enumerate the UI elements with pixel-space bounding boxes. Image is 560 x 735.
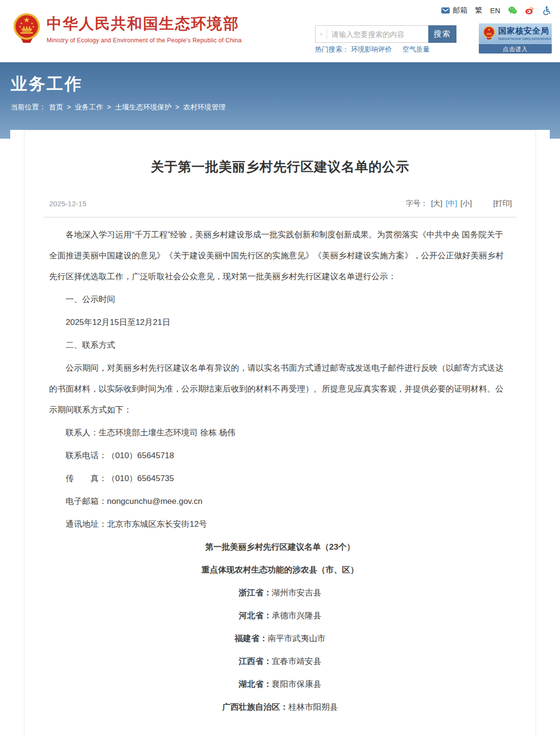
province-label: 福建省： <box>235 634 268 643</box>
article-body: 各地深入学习运用“千万工程”经验，美丽乡村建设形成一批实践创新和制度创新成果。为… <box>43 224 517 717</box>
search-icon <box>320 30 323 39</box>
search-button[interactable]: 搜索 <box>428 25 456 43</box>
list-subtitle: 重点体现农村生态功能的涉农县（市、区） <box>49 559 511 580</box>
province-value: 襄阳市保康县 <box>272 680 321 689</box>
section-heading-contact: 二、联系方式 <box>49 335 511 356</box>
search-input[interactable] <box>332 30 428 38</box>
svg-text:★: ★ <box>488 28 490 31</box>
province-value: 南平市武夷山市 <box>268 634 326 643</box>
search-area: 搜索 <box>315 25 456 43</box>
province-value: 宜春市靖安县 <box>272 657 321 666</box>
article-date: 2025-12-15 <box>49 199 87 208</box>
province-list: 浙江省：湖州市安吉县 河北省：承德市兴隆县 福建省：南平市武夷山市 江西省：宜春… <box>49 582 511 717</box>
mail-link[interactable]: 邮箱 <box>441 6 467 15</box>
nuclear-enter-button[interactable]: 点击进入 <box>479 44 552 54</box>
site-subtitle: Ministry of Ecology and Environment of t… <box>47 37 242 44</box>
print-button[interactable]: [打印] <box>493 199 512 208</box>
contact-lines: 联系人：生态环境部土壤生态环境司 徐栋 杨伟联系电话：（010）65645718… <box>49 422 511 535</box>
province-item: 福建省：南平市武夷山市 <box>49 628 511 649</box>
nuclear-subtitle: National Nuclear Safety Administration <box>498 37 551 40</box>
province-item: 广西壮族自治区：桂林市阳朔县 <box>49 697 511 717</box>
breadcrumb-list: 首页业务工作土壤生态环境保护农村环境管理 <box>49 103 226 112</box>
breadcrumb-item[interactable]: 业务工作 <box>63 103 103 112</box>
svg-text:★: ★ <box>31 21 34 25</box>
wechat-icon[interactable] <box>508 6 517 15</box>
paragraph-intro: 各地深入学习运用“千万工程”经验，美丽乡村建设形成一批实践创新和制度创新成果。为… <box>49 224 511 287</box>
breadcrumb-item[interactable]: 首页 <box>49 103 63 112</box>
breadcrumb: 当前位置： 首页业务工作土壤生态环境保护农村环境管理 <box>11 103 560 112</box>
font-size-large-button[interactable]: [大] <box>431 199 442 208</box>
breadcrumb-item[interactable]: 土壤生态环境保护 <box>103 103 171 112</box>
national-emblem-icon: ★ ★ ★ ★ ★ <box>13 13 41 45</box>
province-label: 广西壮族自治区： <box>222 702 288 712</box>
svg-text:★: ★ <box>23 16 30 24</box>
accessibility-icon[interactable] <box>542 6 551 15</box>
breadcrumb-label: 当前位置： <box>11 103 46 112</box>
province-label: 河北省： <box>239 611 272 620</box>
province-value: 承德市兴隆县 <box>272 611 321 620</box>
contact-line: 传 真：（010）65645735 <box>49 468 511 489</box>
mail-icon <box>441 6 450 15</box>
hot-search-label: 热门搜索： <box>315 45 349 53</box>
hot-search-row: 热门搜索： 环境影响评价空气质量 <box>315 45 440 54</box>
site-header: ★ ★ ★ ★ ★ 中华人民共和国生态环境部 Ministry of Ecolo… <box>0 0 560 62</box>
hot-search-link[interactable]: 空气质量 <box>402 45 430 53</box>
contact-line: 联系电话：（010）65645718 <box>49 445 511 466</box>
paragraph-feedback: 公示期间，对美丽乡村先行区建议名单有异议的，请以实名书面方式通过邮寄或发送电子邮… <box>49 358 511 420</box>
search-box <box>315 25 428 43</box>
province-label: 江西省： <box>239 657 272 666</box>
nuclear-emblem-icon: ★ <box>483 26 495 40</box>
province-item: 江西省：宜春市靖安县 <box>49 651 511 672</box>
contact-line: 通讯地址：北京市东城区东长安街12号 <box>49 514 511 535</box>
province-label: 浙江省： <box>239 588 272 597</box>
svg-text:★: ★ <box>19 25 22 28</box>
lang-traditional-link[interactable]: 繁 <box>475 6 482 15</box>
svg-text:★: ★ <box>20 21 23 25</box>
svg-text:★: ★ <box>32 25 35 28</box>
font-size-small-button[interactable]: [小] <box>460 199 472 208</box>
province-item: 河北省：承德市兴隆县 <box>49 605 511 626</box>
province-item: 浙江省：湖州市安吉县 <box>49 582 511 603</box>
contact-line: 电子邮箱：nongcunchu@mee.gov.cn <box>49 491 511 512</box>
province-label: 湖北省： <box>239 680 272 689</box>
hot-search-link[interactable]: 环境影响评价 <box>351 45 392 53</box>
lang-english-link[interactable]: EN <box>490 6 500 15</box>
publicity-time-range: 2025年12月15日至12月21日 <box>49 312 511 333</box>
site-brand[interactable]: ★ ★ ★ ★ ★ 中华人民共和国生态环境部 Ministry of Ecolo… <box>13 13 242 45</box>
nuclear-safety-banner[interactable]: ★ 国家核安全局 National Nuclear Safety Adminis… <box>479 23 552 54</box>
mail-label: 邮箱 <box>453 6 467 15</box>
province-item: 湖北省：襄阳市保康县 <box>49 674 511 695</box>
hero-banner: 业务工作 当前位置： 首页业务工作土壤生态环境保护农村环境管理 <box>0 62 560 139</box>
contact-line: 联系人：生态环境部土壤生态环境司 徐栋 杨伟 <box>49 422 511 443</box>
font-size-controls: 字号： [大] [中] [小] [打印] <box>406 199 512 208</box>
province-value: 桂林市阳朔县 <box>288 702 338 712</box>
article-title: 关于第一批美丽乡村先行区建议名单的公示 <box>43 130 517 176</box>
list-title: 第一批美丽乡村先行区建议名单（23个） <box>49 537 511 557</box>
top-links: 邮箱 繁 EN <box>441 6 551 15</box>
main-container: 关于第一批美丽乡村先行区建议名单的公示 2025-12-15 字号： [大] [… <box>10 130 550 735</box>
section-heading-time: 一、公示时间 <box>49 289 511 310</box>
site-title: 中华人民共和国生态环境部 <box>47 14 242 34</box>
article-card: 关于第一批美丽乡村先行区建议名单的公示 2025-12-15 字号： [大] [… <box>24 130 536 735</box>
page-title: 业务工作 <box>11 62 560 95</box>
font-size-label: 字号： <box>406 199 428 208</box>
nuclear-title: 国家核安全局 <box>498 26 551 36</box>
hot-search-links: 环境影响评价空气质量 <box>351 45 440 53</box>
breadcrumb-item[interactable]: 农村环境管理 <box>171 103 225 112</box>
article-meta-row: 2025-12-15 字号： [大] [中] [小] [打印] <box>43 199 517 217</box>
province-value: 湖州市安吉县 <box>272 588 321 597</box>
font-size-medium-button[interactable]: [中] <box>446 199 457 208</box>
weibo-icon[interactable] <box>525 6 534 15</box>
